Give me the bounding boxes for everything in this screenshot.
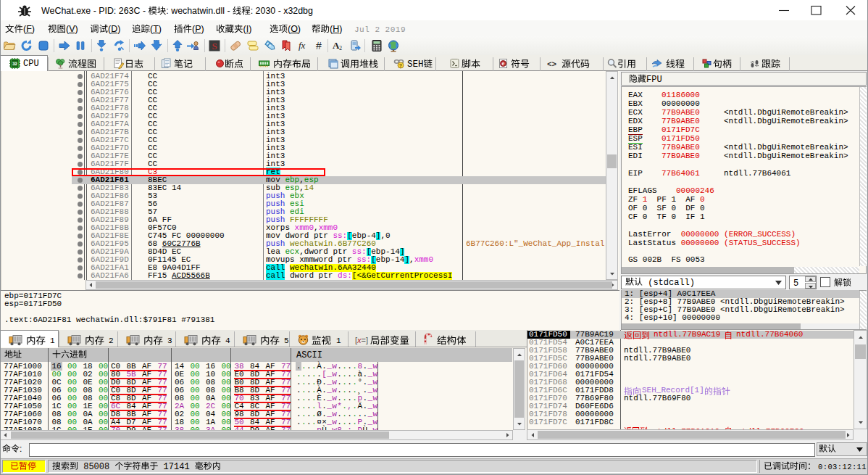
svg-text:2: 2	[339, 45, 342, 51]
svg-text:WeChat.exe: WeChat.exe	[41, 6, 91, 16]
svg-text:e: e	[502, 61, 505, 66]
svg-text:-: -	[143, 6, 146, 16]
svg-text:32: 32	[12, 62, 17, 66]
svg-text:(stdcall): (stdcall)	[648, 278, 695, 288]
svg-text::: :	[251, 6, 253, 16]
svg-text:PID:: PID:	[99, 6, 116, 16]
svg-text:85008: 85008	[83, 462, 109, 472]
svg-text:#: #	[316, 40, 322, 51]
svg-text:FPU: FPU	[646, 75, 662, 85]
svg-text:-: -	[278, 6, 281, 16]
svg-text:x32dbg: x32dbg	[283, 6, 313, 16]
svg-text:-: -	[227, 6, 230, 16]
svg-text:wechatwin.dll: wechatwin.dll	[170, 6, 225, 16]
svg-text:?: ?	[399, 63, 402, 68]
svg-text:263C: 263C	[119, 6, 141, 16]
svg-text::: :	[20, 444, 22, 454]
svg-text:-: -	[93, 6, 96, 16]
svg-text:fx: fx	[299, 40, 306, 51]
svg-text:<>: <>	[547, 60, 557, 69]
svg-text:17141: 17141	[164, 462, 190, 472]
svg-text::: :	[166, 6, 168, 16]
svg-text:2030: 2030	[256, 6, 276, 16]
svg-text:SEH: SEH	[407, 59, 424, 70]
svg-text:S: S	[212, 41, 217, 51]
